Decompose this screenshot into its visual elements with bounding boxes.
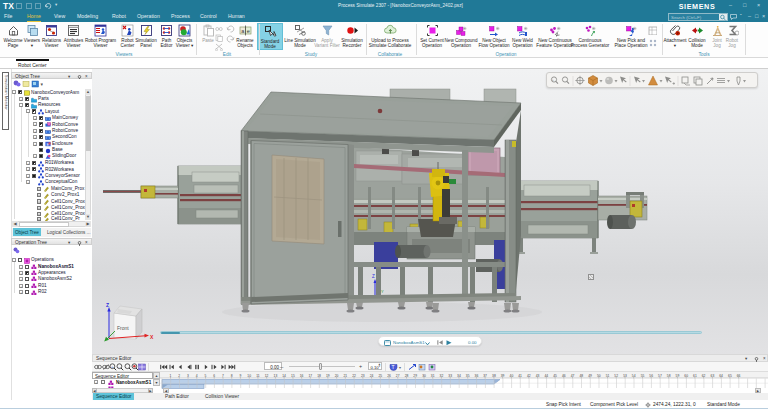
svg-text:Z: Z	[106, 302, 109, 308]
svg-text:36: 36	[475, 373, 479, 377]
svg-text:33: 33	[448, 373, 452, 377]
svg-text:9: 9	[239, 373, 241, 377]
svg-text:65: 65	[728, 373, 732, 377]
svg-text:12: 12	[265, 373, 269, 377]
svg-text:3: 3	[187, 373, 189, 377]
svg-text:26: 26	[387, 373, 391, 377]
svg-text:60: 60	[684, 373, 688, 377]
svg-text:1: 1	[170, 373, 172, 377]
svg-text:+: +	[551, 77, 554, 82]
svg-text:22: 22	[352, 373, 356, 377]
svg-text:30: 30	[422, 373, 426, 377]
svg-text:46: 46	[562, 373, 566, 377]
svg-text:7: 7	[222, 373, 224, 377]
svg-text:Z: Z	[372, 274, 375, 279]
svg-text:23: 23	[361, 373, 365, 377]
svg-text:44: 44	[544, 373, 548, 377]
svg-text:2: 2	[178, 373, 180, 377]
svg-text:63: 63	[711, 373, 715, 377]
svg-text:52: 52	[614, 373, 618, 377]
svg-text:17: 17	[308, 373, 312, 377]
svg-text:31: 31	[431, 373, 435, 377]
svg-text:18: 18	[317, 373, 321, 377]
svg-text:▾: ▾	[41, 81, 44, 87]
svg-text:39: 39	[501, 373, 505, 377]
svg-text:56: 56	[649, 373, 653, 377]
svg-text:X: X	[150, 334, 154, 340]
svg-text:54: 54	[632, 373, 636, 377]
svg-text:50: 50	[597, 373, 601, 377]
svg-text:41: 41	[518, 373, 522, 377]
svg-text:13: 13	[274, 373, 278, 377]
svg-text:T: T	[392, 364, 395, 370]
svg-text:-: -	[118, 363, 120, 368]
svg-text:57: 57	[658, 373, 662, 377]
svg-text:42: 42	[527, 373, 531, 377]
svg-text:24: 24	[370, 373, 374, 377]
svg-text:e: e	[246, 28, 249, 34]
svg-text:19: 19	[326, 373, 330, 377]
svg-text:62: 62	[702, 373, 706, 377]
svg-text:21: 21	[343, 373, 347, 377]
svg-text:59: 59	[676, 373, 680, 377]
svg-text:47: 47	[571, 373, 575, 377]
svg-text:61: 61	[693, 373, 697, 377]
svg-text:29: 29	[413, 373, 417, 377]
svg-text:5: 5	[205, 373, 207, 377]
svg-text:49: 49	[588, 373, 592, 377]
svg-text:27: 27	[396, 373, 400, 377]
svg-text:11: 11	[256, 373, 260, 377]
svg-text:6: 6	[213, 373, 215, 377]
svg-text:43: 43	[536, 373, 540, 377]
svg-text:64: 64	[719, 373, 723, 377]
svg-text:66: 66	[737, 373, 741, 377]
svg-text:20: 20	[335, 373, 339, 377]
svg-text:45: 45	[553, 373, 557, 377]
svg-text:32: 32	[440, 373, 444, 377]
svg-text:8: 8	[231, 373, 233, 377]
svg-text:28: 28	[405, 373, 409, 377]
svg-text:38: 38	[492, 373, 496, 377]
svg-text:37: 37	[483, 373, 487, 377]
svg-text:53: 53	[623, 373, 627, 377]
svg-text:Front: Front	[117, 325, 129, 331]
svg-text:55: 55	[641, 373, 645, 377]
svg-text:Y: Y	[381, 289, 384, 294]
svg-text:34: 34	[457, 373, 461, 377]
svg-text:4: 4	[196, 373, 198, 377]
svg-text:51: 51	[606, 373, 610, 377]
svg-text:58: 58	[667, 373, 671, 377]
svg-text:35: 35	[466, 373, 470, 377]
svg-text:14: 14	[282, 373, 286, 377]
svg-text:10: 10	[247, 373, 251, 377]
svg-text:25: 25	[378, 373, 382, 377]
svg-text:48: 48	[579, 373, 583, 377]
svg-text:15: 15	[291, 373, 295, 377]
svg-text:40: 40	[510, 373, 514, 377]
svg-text:16: 16	[300, 373, 304, 377]
